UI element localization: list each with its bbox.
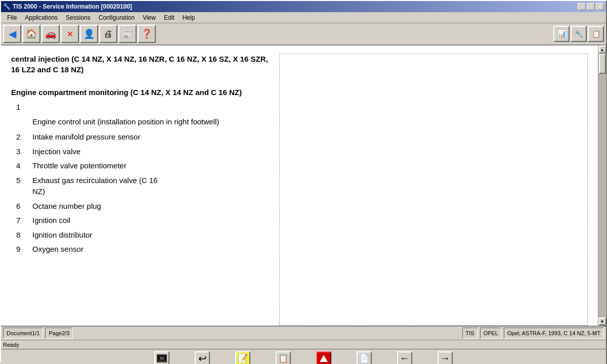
tech32-icon: 32 — [154, 351, 169, 365]
menu-file[interactable]: File — [3, 13, 21, 22]
menu-help[interactable]: Help — [179, 13, 199, 22]
close-button[interactable]: × — [596, 3, 604, 10]
list-num: 5 — [16, 175, 26, 198]
app-icon: 🔧 — [3, 3, 11, 10]
home-button[interactable]: 🏠 — [22, 25, 40, 43]
goto-button[interactable]: 📄 Go to — [349, 351, 379, 365]
list-text: Engine control unit (installation positi… — [32, 116, 269, 128]
list-text: Exhaust gas recirculation valve (C 16NZ) — [32, 175, 269, 198]
doclist-icon: 📋 — [276, 351, 291, 365]
back-nav-button[interactable]: ◀ — [3, 25, 21, 43]
section-title-2: Engine compartment monitoring (C 14 NZ, … — [11, 87, 269, 98]
stop-icon: ✕ — [67, 29, 73, 39]
list-text: Intake manifold pressure sensor — [32, 131, 269, 143]
list-num: 3 — [16, 146, 26, 158]
list-text: Injection valve — [32, 146, 269, 158]
list-item: 8 Ignition distributor — [16, 230, 269, 241]
menu-configuration[interactable]: Configuration — [95, 13, 139, 22]
numbered-list: 1 Engine control unit (installation posi… — [16, 102, 269, 255]
list-num: 4 — [16, 160, 26, 172]
list-item: 3 Injection valve — [16, 146, 269, 158]
title-bar-controls: − □ × — [578, 3, 604, 10]
list-item: 6 Octane number plug — [16, 201, 269, 212]
content-area: central injection (C 14 NZ, X 14 NZ, 16 … — [1, 46, 279, 326]
mainmenu-button[interactable]: Main Menu — [309, 351, 339, 365]
toolbar-btn-3[interactable]: 📋 — [588, 26, 604, 42]
scrollbar-track[interactable] — [598, 54, 606, 317]
toolbar-icon-1: 📊 — [557, 30, 566, 38]
vehicle-text: Opel, ASTRA-F, 1993, C 14 NZ, 5-MT — [507, 330, 600, 336]
menu-edit[interactable]: Edit — [160, 13, 179, 22]
reference-button[interactable]: ↩ Reference — [187, 351, 218, 365]
menu-bar: File Applications Sessions Configuration… — [1, 12, 606, 23]
list-num: 8 — [16, 230, 26, 241]
menu-sessions[interactable]: Sessions — [62, 13, 95, 22]
svg-rect-2 — [160, 361, 163, 362]
list-item: 9 Oxygen sensor — [16, 244, 269, 255]
list-item: 4 Throttle valve potentiometer — [16, 160, 269, 172]
list-item: 5 Exhaust gas recirculation valve (C 16N… — [16, 175, 269, 198]
toolbar-icon-2: 🔧 — [575, 30, 583, 38]
menu-applications[interactable]: Applications — [21, 13, 62, 22]
person-button[interactable]: 👤 — [80, 25, 98, 43]
page-number: Page2/3 — [49, 330, 69, 336]
document-number: Document1/1 — [7, 330, 39, 336]
ready-bar-text: Ready — [3, 342, 19, 348]
page-status: Page2/3 — [45, 328, 73, 339]
toolbar-btn-1[interactable]: 📊 — [553, 26, 570, 42]
reference-icon: ↩ — [195, 351, 210, 365]
list-text — [32, 102, 269, 113]
tech32-button[interactable]: 32 Tech 32 — [147, 351, 177, 365]
list-item: Engine control unit (installation positi… — [32, 116, 269, 128]
list-text: Oxygen sensor — [32, 244, 269, 255]
image-placeholder — [279, 54, 588, 326]
toolbar-btn-2[interactable]: 🔧 — [571, 26, 587, 42]
ready-text: TIS — [466, 330, 474, 336]
scroll-down-button[interactable]: ▼ — [598, 317, 606, 326]
menu-view[interactable]: View — [139, 13, 160, 22]
list-text: Throttle valve potentiometer — [32, 160, 269, 172]
scrollbar-thumb[interactable] — [599, 54, 606, 74]
toolbar-icon-3: 📋 — [592, 30, 600, 38]
opel-text: OPEL — [484, 330, 498, 336]
list-item: 7 Ignition coil — [16, 215, 269, 226]
minimize-button[interactable]: − — [578, 3, 586, 10]
scrollbar[interactable]: ▲ ▼ — [598, 46, 606, 326]
list-text: Octane number plug — [32, 201, 269, 212]
car-button[interactable]: 🚗 — [41, 25, 60, 43]
list-num: 1 — [16, 102, 26, 113]
home-icon: 🏠 — [26, 28, 37, 39]
title-bar: 🔧 TIS 2000 - Service Information [000201… — [1, 1, 606, 12]
note-button[interactable]: 📝 Note — [228, 351, 258, 365]
doclist-button[interactable]: 📋 Doc. List — [268, 351, 298, 365]
bottom-toolbar: 32 Tech 32 ↩ Reference 📝 Note 📋 Doc. Lis… — [1, 349, 606, 364]
print-button[interactable]: 🖨 — [99, 25, 117, 43]
back-button[interactable]: ← Back — [389, 351, 420, 365]
car-icon: 🚗 — [45, 28, 56, 39]
list-text: Ignition distributor — [32, 230, 269, 241]
vehicle-status: Opel, ASTRA-F, 1993, C 14 NZ, 5-MT — [504, 328, 604, 339]
scroll-up-button[interactable]: ▲ — [598, 46, 606, 54]
stop-button[interactable]: ✕ — [61, 25, 79, 43]
back-nav-icon: ◀ — [9, 28, 16, 40]
list-num: 6 — [16, 201, 26, 212]
ready-status: TIS — [462, 328, 478, 339]
title-bar-text: TIS 2000 - Service Information [00020100… — [13, 3, 132, 10]
help-icon: ❓ — [141, 28, 152, 39]
list-num: 9 — [16, 244, 26, 255]
toolbar: ◀ 🏠 🚗 ✕ 👤 🖨 📰 ❓ 📊 🔧 — [1, 23, 606, 46]
print-icon: 🖨 — [104, 29, 113, 39]
maximize-button[interactable]: □ — [587, 3, 595, 10]
svg-marker-4 — [320, 355, 328, 362]
document-status: Document1/1 — [3, 328, 43, 339]
list-item: 1 — [16, 102, 269, 113]
back-icon: ← — [397, 351, 412, 365]
list-item: 2 Intake manifold pressure sensor — [16, 131, 269, 143]
help-button[interactable]: ❓ — [138, 25, 156, 43]
newspaper-button[interactable]: 📰 — [118, 25, 137, 43]
opel-status: OPEL — [480, 328, 502, 339]
next-button[interactable]: → Next — [430, 351, 460, 365]
person-icon: 👤 — [83, 28, 95, 39]
status-bar: Document1/1 Page2/3 TIS OPEL Opel, ASTRA… — [1, 326, 606, 340]
next-icon: → — [438, 351, 453, 365]
